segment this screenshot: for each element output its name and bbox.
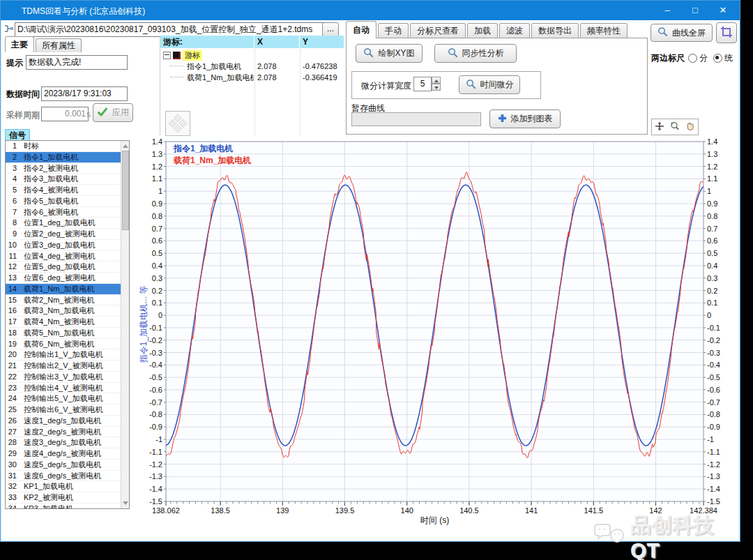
signal-name: 速度2_deg/s_被测电机 [24,427,101,437]
stepper-up-icon[interactable] [432,77,441,84]
scroll-up-icon[interactable] [123,144,128,148]
signal-row-8[interactable]: 8位置1_deg_加载电机 [6,218,121,229]
tab-6[interactable]: 频率特性 [580,23,628,38]
signal-row-33[interactable]: 33KP2_被测电机 [6,492,121,504]
radio-icon[interactable] [688,54,697,63]
signal-name: 位置6_deg_被测电机 [24,273,96,283]
signal-row-23[interactable]: 23控制输出4_V_被测电机 [6,383,121,394]
signal-name: KP2_被测电机 [24,492,73,503]
signal-row-19[interactable]: 19载荷6_Nm_被测电机 [6,339,121,350]
svg-text:1.4: 1.4 [707,137,717,146]
signal-list-scrollbar[interactable] [121,141,129,508]
zoom-tool-icon[interactable] [669,121,680,133]
props-tab-0[interactable]: 主要 [5,36,34,52]
maximize-button[interactable]: □ [681,1,709,20]
tab-4[interactable]: 滤波 [499,23,530,38]
scale-option-统[interactable]: 统 [713,52,733,64]
signal-no: 20 [6,349,18,360]
waveform-chart[interactable]: -1.5-1.5-1.4-1.4-1.3-1.3-1.2-1.2-1.1-1.1… [137,137,740,538]
signal-row-3[interactable]: 3指令2_被测电机 [6,163,121,174]
tab-0[interactable]: 自动 [346,21,376,38]
signal-row-12[interactable]: 12位置5_deg_加载电机 [6,262,121,273]
signal-row-28[interactable]: 28速度3_deg/s_加载电机 [6,437,121,448]
tab-3[interactable]: 加载 [467,23,498,38]
signal-row-9[interactable]: 9位置2_deg_被测电机 [6,229,121,240]
data-time-field[interactable]: 2023/8/17 9:31:03 [41,86,128,101]
signal-row-16[interactable]: 16载荷3_Nm_加载电机 [6,305,121,317]
draw-xy-button[interactable]: 绘制XY图 [356,44,423,63]
signal-row-34[interactable]: 34KP3_加载电机 [6,504,121,509]
props-tab-1[interactable]: 所有属性 [36,38,82,52]
signal-name: 指令4_被测电机 [24,185,78,195]
sync-analysis-button[interactable]: 同步性分析 [434,44,517,63]
svg-text:-1: -1 [155,435,162,444]
signal-row-4[interactable]: 4指令3_加载电机 [6,174,121,185]
signal-row-17[interactable]: 17载荷4_Nm_被测电机 [6,317,121,328]
signal-row-10[interactable]: 10位置3_deg_加载电机 [6,240,121,251]
signal-no: 17 [6,317,18,327]
scroll-down-icon[interactable] [123,501,128,505]
cursor-row-0[interactable]: 指令1_加载电机2.078-0.476238 [160,61,344,72]
signal-row-5[interactable]: 5指令4_被测电机 [6,185,121,196]
scale-options: 分统 [688,52,733,64]
radio-icon[interactable] [713,54,722,63]
signal-row-15[interactable]: 15载荷2_Nm_被测电机 [6,295,121,306]
signal-no: 8 [6,218,18,228]
signal-row-20[interactable]: 20控制输出1_V_加载电机 [6,349,121,361]
close-button[interactable]: ✕ [709,1,737,20]
signal-row-21[interactable]: 21控制输出2_V_被测电机 [6,361,121,372]
svg-text:-0.1: -0.1 [149,324,162,332]
scale-option-分[interactable]: 分 [688,52,708,64]
hint-field[interactable]: 数据载入完成! [26,55,128,70]
svg-text:0.7: 0.7 [152,225,162,233]
svg-text:-0.7: -0.7 [149,398,162,407]
signal-row-27[interactable]: 27速度2_deg/s_被测电机 [6,427,121,438]
cursor-row-1[interactable]: 载荷1_Nm_加载电机2.078-0.366419 [160,72,344,83]
add-to-chart-button[interactable]: 添加到图表 [489,109,561,128]
signal-no: 21 [6,361,18,371]
crop-button[interactable] [716,22,737,43]
time-diff-button[interactable]: 时间微分 [459,75,520,94]
signal-row-18[interactable]: 18载荷5_Nm_加载电机 [6,328,121,339]
cursor-root-row[interactable]: 游标 [160,50,344,61]
curve-fullscreen-button[interactable]: 曲线全屏 [651,24,713,42]
signal-row-29[interactable]: 29速度4_deg/s_被测电机 [6,448,121,460]
file-path-input[interactable]: D:\调试\演示\20230816\20230817_093103_加载_位置控… [15,22,324,37]
signal-row-22[interactable]: 22控制输出3_V_加载电机 [6,372,121,383]
signal-row-25[interactable]: 25控制输出6_V_被测电机 [6,404,121,416]
waveform-chart-area[interactable]: -1.5-1.5-1.4-1.4-1.3-1.3-1.2-1.2-1.1-1.1… [137,137,740,538]
signal-row-13[interactable]: 13位置6_deg_被测电机 [6,273,121,284]
diff-width-stepper[interactable] [432,77,441,91]
svg-text:-1.4: -1.4 [707,485,720,493]
stepper-down-icon[interactable] [432,84,441,91]
signal-row-31[interactable]: 31速度6_deg/s_被测电机 [6,471,121,482]
pan-hand-icon[interactable] [685,121,695,133]
signal-row-26[interactable]: 26速度1_deg/s_加载电机 [6,416,121,427]
pan-diamond-widget[interactable] [165,111,190,136]
signal-row-6[interactable]: 6指令5_加载电机 [6,196,121,207]
apply-button[interactable]: 应用 [93,103,133,122]
signal-row-32[interactable]: 32KP1_加载电机 [6,481,121,492]
signal-row-30[interactable]: 30速度5_deg/s_加载电机 [6,460,121,471]
svg-text:1: 1 [707,187,711,195]
signal-row-14[interactable]: 14载荷1_Nm_加载电机 [6,284,121,295]
signal-row-2[interactable]: 2指令1_加载电机 [6,152,121,163]
scrollbar-thumb[interactable] [122,151,129,230]
tab-2[interactable]: 分标尺查看 [410,23,466,38]
temp-curve-input[interactable] [351,112,481,126]
signal-row-11[interactable]: 11位置4_deg_被测电机 [6,251,121,262]
svg-text:0.1: 0.1 [707,298,717,307]
crosshair-icon[interactable] [655,121,664,133]
collapse-icon[interactable] [163,52,171,59]
scale-option-row: 两边标尺 分统 [651,52,733,64]
tab-1[interactable]: 手动 [378,23,409,38]
signal-row-24[interactable]: 24控制输出5_V_加载电机 [6,393,121,404]
main-tabstrip: 自动手动分标尺查看加载滤波数据导出频率特性 [346,22,629,38]
tab-5[interactable]: 数据导出 [531,23,579,38]
diff-width-input[interactable]: 5 [413,77,432,91]
signal-row-7[interactable]: 7指令6_被测电机 [6,207,121,218]
browse-button[interactable]: ... [322,22,339,37]
minimize-button[interactable]: – [653,1,681,20]
sample-period-field[interactable]: 0.001 [41,107,89,121]
signal-row-1[interactable]: 1时标 [6,141,121,152]
